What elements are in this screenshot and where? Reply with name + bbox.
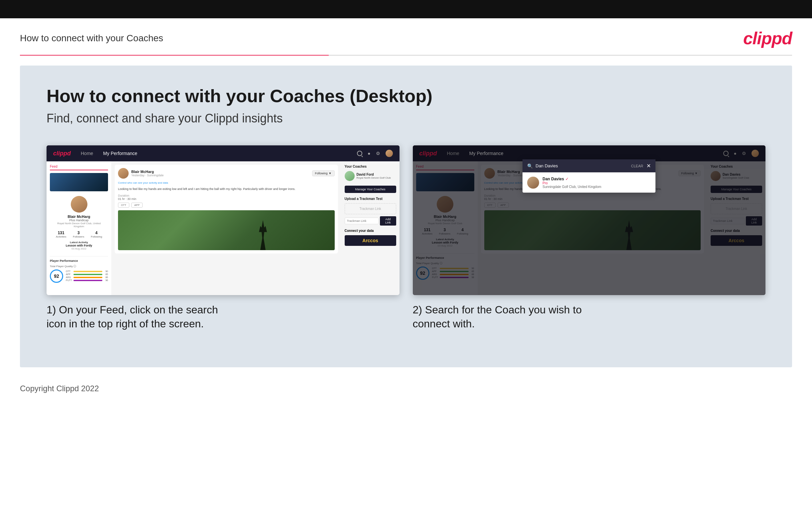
arccos-badge-1: Arccos	[345, 235, 396, 246]
stat-followers: 3 Followers	[73, 230, 84, 238]
search-icon[interactable]	[357, 151, 362, 156]
post-duration-1: Duration 01 hr : 30 min	[118, 194, 335, 201]
left-panel-1: Feed Blair McHarg Plus Handicap Royal No…	[47, 161, 111, 295]
post-header-1: Blair McHarg Yesterday · Sunningdale Fol…	[118, 168, 335, 179]
bar-putt: PUTT 96	[66, 279, 108, 282]
trackman-link-box-1: Trackman Link	[345, 203, 396, 214]
trackman-input-row: Add Link	[345, 216, 396, 225]
profile-handicap-1: Plus Handicap	[52, 219, 105, 222]
header: How to connect with your Coaches clippd	[0, 18, 812, 55]
coach-avatar-1	[345, 171, 355, 181]
verified-badge: ✓	[565, 177, 569, 181]
main-title: How to connect with your Coaches (Deskto…	[47, 85, 765, 106]
result-avatar	[527, 177, 539, 188]
step-2-label: 2) Search for the Coach you wish toconne…	[413, 303, 766, 331]
screenshot-1: clippd Home My Performance ● ⚙ Feed	[47, 145, 399, 331]
search-icon-popup: 🔍	[527, 163, 533, 169]
profile-avatar-1	[71, 196, 87, 213]
post-avatar-1	[118, 168, 129, 179]
control-link-1[interactable]: Control who can see your activity and da…	[118, 181, 335, 184]
page-title: How to connect with your Coaches	[20, 33, 163, 44]
settings-icon[interactable]: ⚙	[376, 151, 380, 156]
main-subtitle: Find, connect and share your Clippd insi…	[47, 112, 765, 125]
avatar-icon	[386, 150, 393, 157]
profile-card-1: Blair McHarg Plus Handicap Royal North D…	[50, 193, 108, 253]
screenshot-frame-2: clippd Home My Performance ● ⚙ Feed	[413, 145, 766, 295]
app-nav-logo-1: clippd	[53, 150, 71, 157]
profile-icon[interactable]: ●	[368, 151, 370, 156]
search-bar-header: 🔍 CLEAR ✕	[523, 159, 656, 173]
header-divider	[20, 55, 792, 55]
screenshot-frame-1: clippd Home My Performance ● ⚙ Feed	[47, 145, 399, 295]
feed-tab[interactable]: Feed	[50, 165, 108, 170]
upload-section-1: Upload a Trackman Test Trackman Link Add…	[345, 197, 396, 225]
tag-ott[interactable]: OTT	[118, 203, 129, 208]
copyright: Copyright Clippd 2022	[20, 384, 99, 393]
trackman-input-1[interactable]	[345, 218, 379, 224]
bar-app: APP 85	[66, 273, 108, 276]
search-result-item[interactable]: Dan Davies ✓ Pro Sunningdale Golf Club, …	[523, 173, 656, 193]
score-circle-1: 92	[50, 269, 63, 283]
player-performance-1: Player Performance Total Player Quality …	[50, 256, 108, 283]
add-link-btn-1[interactable]: Add Link	[380, 216, 396, 225]
main-panel-1: Blair McHarg Yesterday · Sunningdale Fol…	[111, 161, 341, 295]
search-input[interactable]	[535, 163, 631, 168]
footer: Copyright Clippd 2022	[0, 377, 812, 400]
result-info: Dan Davies ✓ Pro Sunningdale Golf Club, …	[542, 177, 601, 188]
post-image-1	[118, 210, 335, 250]
screenshot-2: clippd Home My Performance ● ⚙ Feed	[413, 145, 766, 331]
score-bars-1: OTT 90 APP 85	[66, 270, 108, 282]
nav-my-performance-1[interactable]: My Performance	[103, 151, 137, 156]
search-popup: 🔍 CLEAR ✕ Dan Davies ✓ Pro	[523, 159, 656, 193]
bar-ott: OTT 90	[66, 270, 108, 272]
post-author-info: Blair McHarg Yesterday · Sunningdale	[131, 170, 163, 177]
latest-activity-1: Latest Activity Lesson with Fordy 03 Aug…	[52, 241, 105, 250]
post-tags-1: OTT APP	[118, 203, 335, 208]
top-bar	[0, 0, 812, 18]
manage-coaches-btn-1[interactable]: Manage Your Coaches	[345, 186, 396, 193]
profile-club-1: Royal North Devon Golf Club, United King…	[52, 222, 105, 228]
profile-name-1: Blair McHarg	[52, 215, 105, 219]
connect-data-1: Connect your data Arccos	[345, 229, 396, 246]
screenshots-row: clippd Home My Performance ● ⚙ Feed	[47, 145, 765, 331]
stat-following: 4 Following	[91, 230, 102, 238]
feed-post-1: Blair McHarg Yesterday · Sunningdale Fol…	[115, 165, 338, 254]
quality-label-1: Total Player Quality ⓘ	[50, 264, 108, 268]
app-content-1: Feed Blair McHarg Plus Handicap Royal No…	[47, 161, 399, 295]
step-1-label: 1) On your Feed, click on the searchicon…	[47, 303, 399, 331]
coach-card-1: David Ford Royal North Devon Golf Club	[345, 171, 396, 181]
profile-avatar-inner	[71, 196, 87, 213]
clippd-logo: clippd	[743, 28, 792, 48]
cover-image	[50, 173, 108, 191]
coach-info-1: David Ford Royal North Devon Golf Club	[356, 173, 391, 179]
app-nav-1: clippd Home My Performance ● ⚙	[47, 145, 399, 161]
profile-stats-1: 131 Activities 3 Followers 4 Following	[52, 230, 105, 238]
stat-activities: 131 Activities	[56, 230, 66, 238]
following-button-1[interactable]: Following ▼	[312, 170, 335, 176]
app-nav-icons-1: ● ⚙	[357, 150, 392, 157]
bar-arg: ARG 86	[66, 276, 108, 279]
quality-score-1: 92 OTT 90 APP	[50, 269, 108, 283]
golfer-silhouette-1	[256, 220, 270, 250]
right-panel-1: Your Coaches David Ford Royal North Devo…	[341, 161, 399, 295]
tag-app[interactable]: APP	[131, 203, 143, 208]
main-content: How to connect with your Coaches (Deskto…	[20, 66, 792, 367]
close-search-button[interactable]: ✕	[647, 163, 651, 169]
clear-button[interactable]: CLEAR	[631, 164, 643, 168]
nav-home-1[interactable]: Home	[81, 151, 93, 156]
